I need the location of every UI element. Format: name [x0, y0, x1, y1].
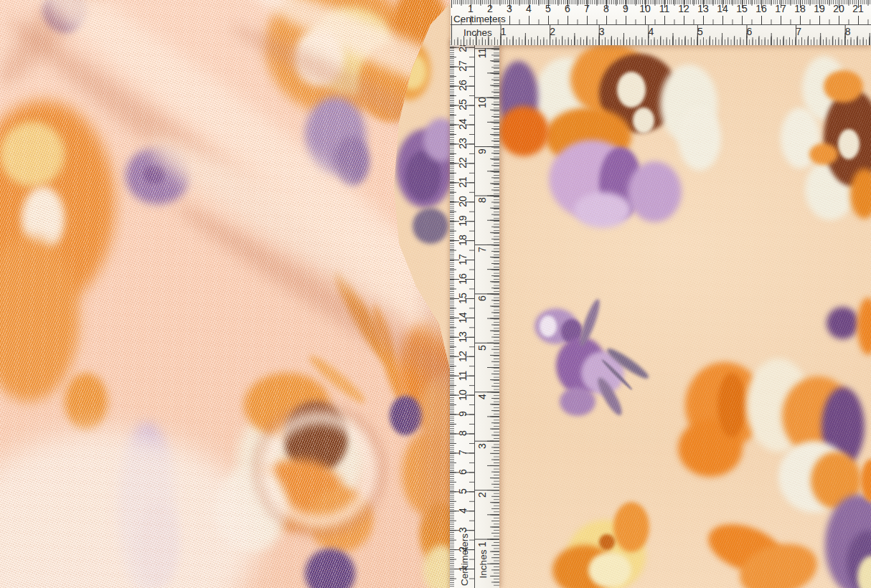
ruler-number: 17	[458, 252, 468, 267]
fabric-photo: Centimeters Inches 123456789101112131415…	[0, 0, 871, 588]
ruler-number: 7	[477, 242, 487, 257]
ruler-number: 2	[483, 4, 497, 14]
ruler-number: 13	[458, 330, 468, 344]
ruler-number: 10	[477, 95, 487, 110]
ruler-number: 3	[502, 4, 517, 14]
ruler-number: 2	[477, 488, 487, 502]
ruler-number: 21	[458, 175, 468, 189]
draped-mesh-fabric	[0, 0, 474, 588]
ruler-number: 8	[458, 426, 468, 440]
ruler-number: 7	[458, 445, 468, 460]
ruler-number: 1	[458, 561, 468, 576]
ruler-number: 25	[458, 98, 468, 112]
ruler-number: 8	[599, 4, 613, 14]
vertical-ruler: Centimeters Inches 123456789101112131415…	[450, 39, 499, 588]
ruler-number: 11	[458, 369, 468, 383]
horizontal-ruler-cm-label: Centimeters	[453, 14, 506, 24]
ruler-number: 9	[618, 4, 633, 14]
ruler-number: 10	[638, 4, 652, 14]
ruler-number: 3	[595, 27, 609, 37]
ruler-number: 13	[696, 4, 710, 14]
ruler-number: 4	[522, 4, 536, 14]
ruler-number: 4	[644, 27, 658, 37]
ruler-number: 27	[458, 59, 468, 73]
ruler-number: 11	[657, 4, 672, 14]
ruler-number: 2	[458, 542, 468, 556]
horizontal-ruler: Centimeters Inches 123456789101112131415…	[451, 0, 871, 45]
ruler-number: 19	[458, 214, 468, 228]
ruler-number: 5	[693, 27, 707, 37]
ruler-number: 24	[458, 117, 468, 131]
ruler-number: 16	[754, 4, 768, 14]
vertical-ruler-inch-ticks	[475, 39, 499, 588]
ruler-number: 14	[458, 310, 468, 325]
ruler-number: 1	[463, 4, 478, 14]
ruler-number: 17	[773, 4, 788, 14]
ruler-number: 15	[458, 291, 468, 305]
ruler-number: 6	[458, 465, 468, 479]
ruler-number: 20	[458, 194, 468, 209]
ruler-number: 18	[793, 4, 807, 14]
mesh-texture	[0, 0, 474, 588]
ruler-number: 7	[791, 27, 806, 37]
ruler-number: 3	[477, 439, 487, 453]
horizontal-ruler-inch-ticks	[451, 25, 871, 45]
ruler-number: 1	[496, 27, 511, 37]
ruler-number: 11	[477, 46, 487, 60]
ruler-number: 5	[541, 4, 555, 14]
ruler-number: 16	[458, 272, 468, 286]
ruler-number: 5	[477, 341, 487, 355]
ruler-number: 22	[458, 156, 468, 170]
ruler-number: 8	[477, 193, 487, 207]
ruler-number: 8	[841, 27, 855, 37]
ruler-number: 10	[458, 388, 468, 402]
ruler-number: 20	[832, 4, 846, 14]
ruler-number: 6	[742, 27, 756, 37]
horizontal-ruler-inch-label: Inches	[463, 27, 492, 38]
ruler-number: 21	[851, 4, 865, 14]
horizontal-ruler-cm-inner-ticks	[451, 16, 871, 24]
ruler-number: 14	[715, 4, 730, 14]
ruler-number: 2	[545, 27, 560, 37]
ruler-number: 15	[735, 4, 749, 14]
ruler-number: 23	[458, 136, 468, 151]
ruler-number: 19	[812, 4, 827, 14]
ruler-number: 1	[477, 537, 487, 551]
ruler-number: 4	[477, 389, 487, 404]
ruler-number: 6	[560, 4, 575, 14]
ruler-number: 9	[458, 407, 468, 421]
ruler-number: 18	[458, 233, 468, 247]
ruler-number: 9	[477, 144, 487, 158]
ruler-number: 6	[477, 291, 487, 305]
ruler-number: 3	[458, 523, 468, 537]
ruler-number: 4	[458, 503, 468, 518]
ruler-number: 26	[458, 78, 468, 93]
ruler-number: 7	[580, 4, 594, 14]
ruler-number: 12	[458, 349, 468, 364]
ruler-number: 12	[677, 4, 691, 14]
ruler-number: 5	[458, 484, 468, 498]
